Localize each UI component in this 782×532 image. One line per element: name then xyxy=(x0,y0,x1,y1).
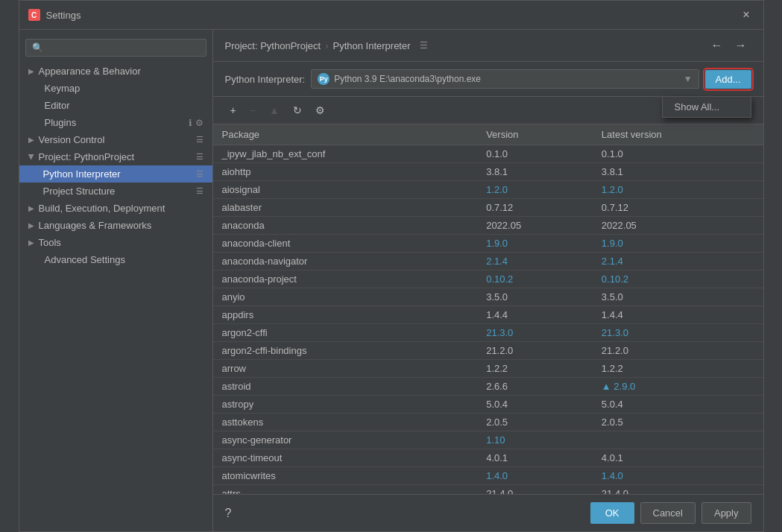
action-buttons: OK Cancel Apply xyxy=(590,502,751,524)
package-version: 5.0.4 xyxy=(477,396,593,414)
table-row[interactable]: atomicwrites1.4.01.4.0 xyxy=(213,467,763,485)
sidebar-label-tools: Tools xyxy=(39,237,61,248)
cancel-button[interactable]: Cancel xyxy=(640,502,696,524)
package-name: anaconda-client xyxy=(213,235,478,253)
sidebar-item-editor[interactable]: Editor xyxy=(19,97,212,114)
title-bar: C Settings × xyxy=(19,1,763,30)
up-button[interactable]: ▲ xyxy=(264,101,285,119)
package-latest-version: 2022.05 xyxy=(593,217,763,235)
table-row[interactable]: aiosignal1.2.01.2.0 xyxy=(213,181,763,199)
table-row[interactable]: appdirs1.4.41.4.4 xyxy=(213,306,763,324)
package-name: async-timeout xyxy=(213,449,478,467)
app-icon: C xyxy=(28,9,40,21)
main-content: ▶ Appearance & Behavior Keymap Editor Pl… xyxy=(19,30,763,531)
remove-package-button[interactable]: − xyxy=(245,101,261,119)
sidebar-item-project-structure[interactable]: Project Structure ☰ xyxy=(19,183,212,200)
table-row[interactable]: arrow1.2.21.2.2 xyxy=(213,360,763,378)
table-row[interactable]: anaconda-navigator2.1.42.1.4 xyxy=(213,253,763,270)
sidebar-item-project[interactable]: ▶ Project: PythonProject ☰ xyxy=(19,148,212,165)
package-latest-version: 21.2.0 xyxy=(593,342,763,360)
nav-back-button[interactable]: ← xyxy=(707,37,728,54)
sidebar-item-keymap[interactable]: Keymap xyxy=(19,80,212,97)
table-header-row: Package Version Latest version xyxy=(213,124,763,145)
add-button[interactable]: Add... xyxy=(705,70,751,89)
package-version: 0.1.0 xyxy=(477,145,593,163)
table-row[interactable]: anaconda-client1.9.01.9.0 xyxy=(213,235,763,253)
table-row[interactable]: argon2-cffi21.3.021.3.0 xyxy=(213,324,763,342)
sidebar-item-tools[interactable]: ▶ Tools xyxy=(19,234,212,251)
sidebar-item-plugins[interactable]: Plugins ℹ ⚙ xyxy=(19,114,212,131)
sidebar-item-advanced[interactable]: Advanced Settings xyxy=(19,251,212,268)
interpreter-value: Python 3.9 E:\anaconda3\python.exe xyxy=(334,74,678,84)
settings-button[interactable]: ⚙ xyxy=(310,101,330,119)
table-row[interactable]: async-generator1.10 xyxy=(213,431,763,449)
sidebar-item-python-interpreter[interactable]: Python Interpreter ☰ xyxy=(19,165,212,183)
package-latest-version: ▲ 2.9.0 xyxy=(593,378,763,396)
package-name: astroid xyxy=(213,378,478,396)
sidebar-label-project-structure: Project Structure xyxy=(43,186,116,197)
sidebar-label-build: Build, Execution, Deployment xyxy=(39,203,165,214)
table-row[interactable]: anyio3.5.03.5.0 xyxy=(213,288,763,306)
dropdown-show-all[interactable]: Show All... xyxy=(663,97,751,117)
close-button[interactable]: × xyxy=(738,7,754,23)
search-input[interactable] xyxy=(25,39,206,57)
package-name: arrow xyxy=(213,360,478,378)
sidebar: ▶ Appearance & Behavior Keymap Editor Pl… xyxy=(19,30,213,531)
sidebar-label-editor: Editor xyxy=(45,100,70,111)
package-table-container: Package Version Latest version _ipyw_jla… xyxy=(213,124,763,494)
interpreter-select[interactable]: Py Python 3.9 E:\anaconda3\python.exe ▼ xyxy=(311,69,699,89)
refresh-button[interactable]: ↻ xyxy=(288,101,307,119)
table-row[interactable]: _ipyw_jlab_nb_ext_conf0.1.00.1.0 xyxy=(213,145,763,163)
sidebar-label-version-control: Version Control xyxy=(39,134,105,145)
ok-button[interactable]: OK xyxy=(590,502,634,524)
table-row[interactable]: astroid2.6.6▲ 2.9.0 xyxy=(213,378,763,396)
breadcrumb-sep: › xyxy=(325,40,328,51)
package-version: 1.9.0 xyxy=(477,235,593,253)
package-version: 21.2.0 xyxy=(477,342,593,360)
package-version: 2022.05 xyxy=(477,217,593,235)
sidebar-item-appearance[interactable]: ▶ Appearance & Behavior xyxy=(19,63,212,80)
table-row[interactable]: argon2-cffi-bindings21.2.021.2.0 xyxy=(213,342,763,360)
add-package-button[interactable]: + xyxy=(225,101,242,119)
package-version: 0.10.2 xyxy=(477,270,593,288)
table-row[interactable]: anaconda-project0.10.20.10.2 xyxy=(213,270,763,288)
package-version: 3.5.0 xyxy=(477,288,593,306)
project-structure-icon: ☰ xyxy=(196,186,204,196)
window-title: Settings xyxy=(46,10,81,21)
breadcrumb-menu-icon[interactable]: ☰ xyxy=(420,40,428,51)
arrow-icon: ▶ xyxy=(28,238,34,247)
dropdown-menu: Show All... xyxy=(662,96,751,118)
sidebar-label-keymap: Keymap xyxy=(45,83,81,94)
package-name: astropy xyxy=(213,396,478,414)
package-version: 21.3.0 xyxy=(477,324,593,342)
select-arrow-icon: ▼ xyxy=(684,74,693,84)
package-version: 1.10 xyxy=(477,431,593,449)
package-name: async-generator xyxy=(213,431,478,449)
sidebar-item-version-control[interactable]: ▶ Version Control ☰ xyxy=(19,131,212,148)
table-row[interactable]: attrs21.4.021.4.0 xyxy=(213,485,763,495)
right-panel: Project: PythonProject › Python Interpre… xyxy=(213,30,763,531)
apply-button[interactable]: Apply xyxy=(701,502,751,524)
table-row[interactable]: anaconda2022.052022.05 xyxy=(213,217,763,235)
package-latest-version: 1.2.0 xyxy=(593,181,763,199)
table-row[interactable]: aiohttp3.8.13.8.1 xyxy=(213,163,763,181)
plugins-settings-icon: ⚙ xyxy=(195,118,204,128)
package-latest-version: 0.7.12 xyxy=(593,199,763,217)
table-row[interactable]: alabaster0.7.120.7.12 xyxy=(213,199,763,217)
nav-forward-button[interactable]: → xyxy=(731,37,751,54)
package-latest-version: 1.4.0 xyxy=(593,467,763,485)
package-name: _ipyw_jlab_nb_ext_conf xyxy=(213,145,478,163)
table-row[interactable]: asttokens2.0.52.0.5 xyxy=(213,414,763,431)
table-row[interactable]: async-timeout4.0.14.0.1 xyxy=(213,449,763,467)
arrow-icon: ▶ xyxy=(27,154,35,160)
package-version: 1.2.2 xyxy=(477,360,593,378)
help-button[interactable]: ? xyxy=(225,507,232,520)
package-latest-version: 0.10.2 xyxy=(593,270,763,288)
breadcrumb-interpreter: Python Interpreter xyxy=(332,40,410,51)
sidebar-item-build[interactable]: ▶ Build, Execution, Deployment xyxy=(19,200,212,217)
sidebar-label-project: Project: PythonProject xyxy=(39,151,135,162)
table-row[interactable]: astropy5.0.45.0.4 xyxy=(213,396,763,414)
project-icon: ☰ xyxy=(196,152,204,162)
package-version: 2.1.4 xyxy=(477,253,593,270)
sidebar-item-languages[interactable]: ▶ Languages & Frameworks xyxy=(19,217,212,234)
